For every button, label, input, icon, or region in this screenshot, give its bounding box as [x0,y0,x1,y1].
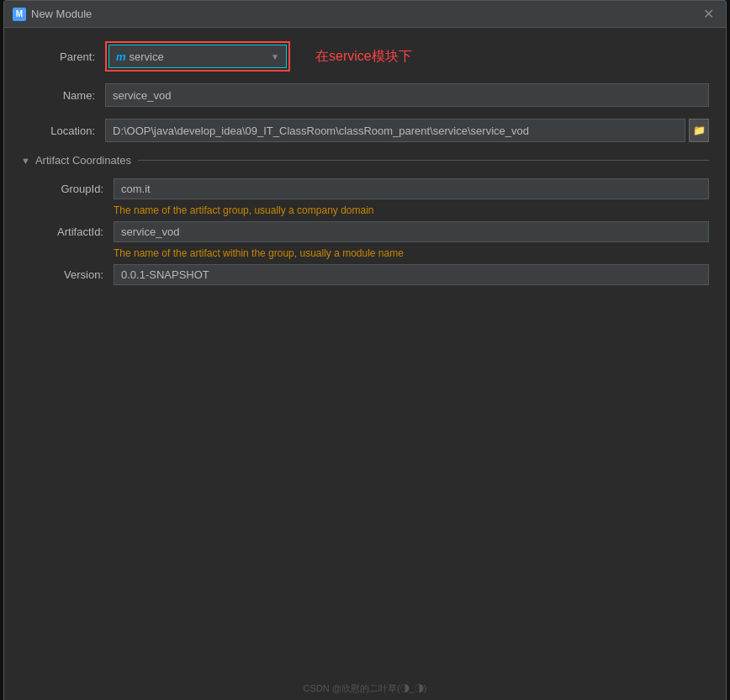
dropdown-arrow-icon: ▼ [271,52,279,61]
name-label: Name: [21,89,105,102]
location-label: Location: [21,125,105,137]
module-icon: M [13,8,26,21]
parent-dropdown-wrapper: m service ▼ [105,41,290,72]
location-wrapper: 📁 [105,119,709,142]
name-row: Name: [21,83,709,107]
version-input[interactable] [114,264,709,285]
annotation-text: 在service模块下 [315,48,412,66]
artifact-section-header: ▼ Artifact Coordinates [21,154,709,167]
artifactid-hint: The name of the artifact within the grou… [114,247,709,259]
parent-value: service [130,50,164,63]
parent-m-icon: m [116,50,126,63]
location-input[interactable] [105,119,685,142]
groupid-row: GroupId: The name of the artifact group,… [38,178,709,216]
section-collapse-icon[interactable]: ▼ [21,156,30,166]
artifactid-input[interactable] [114,221,709,242]
artifactid-col: The name of the artifact within the grou… [114,221,709,259]
artifactid-label: ArtifactId: [38,221,114,238]
artifact-section: GroupId: The name of the artifact group,… [38,178,709,285]
parent-label: Parent: [21,50,105,63]
groupid-col: The name of the artifact group, usually … [114,178,709,216]
new-module-dialog: M New Module ✕ Parent: m service ▼ [3,0,727,700]
version-col [114,264,709,285]
close-button[interactable]: ✕ [700,6,717,22]
location-row: Location: 📁 [21,119,709,142]
parent-dropdown[interactable]: m service ▼ [108,45,287,68]
dialog-title: M New Module [13,8,92,21]
dialog-title-text: New Module [31,8,92,20]
parent-row: Parent: m service ▼ 在service模块下 [21,41,709,72]
parent-dropdown-text: m service [116,50,271,63]
dialog-content: Parent: m service ▼ 在service模块下 Name: [4,28,726,533]
groupid-input[interactable] [114,178,709,199]
name-input[interactable] [105,83,709,107]
browse-folder-button[interactable]: 📁 [689,119,709,142]
section-divider [138,160,709,161]
version-row: Version: [38,264,709,285]
version-label: Version: [38,264,114,281]
dialog-titlebar: M New Module ✕ [4,1,726,28]
groupid-hint: The name of the artifact group, usually … [114,204,709,216]
watermark: CSDN @欣慰的二叶草(◑_◑) [304,682,427,695]
groupid-label: GroupId: [38,178,114,195]
artifact-section-title: Artifact Coordinates [35,154,131,167]
artifactid-row: ArtifactId: The name of the artifact wit… [38,221,709,259]
